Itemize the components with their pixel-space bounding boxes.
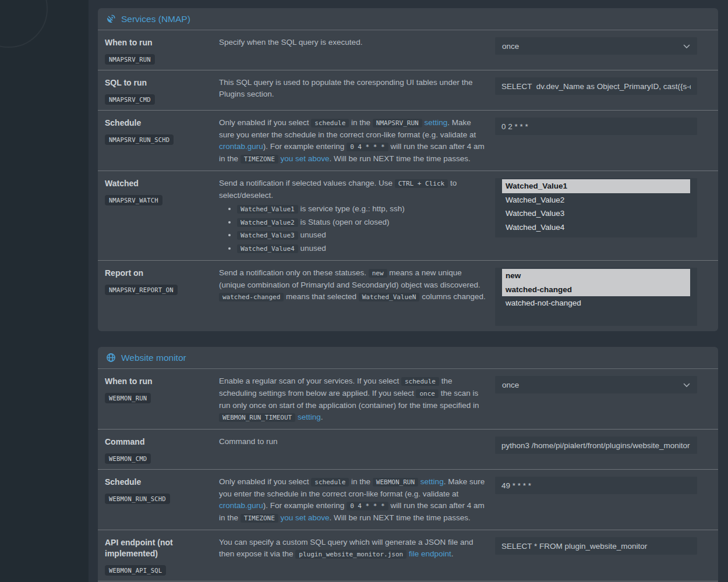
- listbox-option[interactable]: watched-not-changed: [502, 296, 690, 310]
- listbox-option[interactable]: Watched_Value2: [502, 193, 690, 207]
- setting-control-column: [495, 435, 697, 464]
- setting-row-nmapsrv_cmd: SQL to runNMAPSRV_CMDThis SQL query is u…: [98, 70, 718, 110]
- globe-icon: [106, 353, 116, 363]
- setting-description: Enable a regular scan of your services. …: [219, 374, 495, 424]
- chevron-down-icon: [683, 381, 690, 389]
- inline-link[interactable]: setting: [298, 413, 321, 421]
- inline-link[interactable]: crontab.guru: [219, 501, 263, 510]
- inline-link[interactable]: setting: [424, 118, 447, 127]
- setting-description: Send a notification only on these status…: [219, 266, 495, 326]
- setting-code-badge: NMAPSRV_REPORT_ON: [105, 285, 178, 295]
- inline-link[interactable]: crontab.guru: [219, 142, 263, 151]
- listbox-option[interactable]: watched-changed: [502, 283, 690, 297]
- setting-control-column: [495, 535, 697, 576]
- description-text: Only enabled if you select: [219, 118, 311, 127]
- inline-code: once: [416, 389, 439, 398]
- chevron-down-icon: [683, 42, 690, 51]
- select-value: once: [502, 381, 519, 389]
- listbox-option[interactable]: Watched_Value4: [502, 221, 690, 235]
- setting-label: When to run: [105, 376, 205, 387]
- select-value: once: [502, 42, 519, 51]
- section-services-nmap: Services (NMAP)When to runNMAPSRV_RUNSpe…: [98, 8, 718, 331]
- setting-label: Schedule: [105, 477, 205, 488]
- inline-code: Watched_Value3: [237, 231, 298, 240]
- setting-label: Report on: [105, 268, 205, 279]
- section-body: When to runWEBMON_RUNEnable a regular sc…: [98, 369, 718, 582]
- setting-code-badge: WEBMON_API_SQL: [105, 565, 166, 576]
- setting-description: Only enabled if you select schedule in t…: [219, 116, 495, 165]
- description-text: unused: [298, 244, 326, 253]
- webmon_run_schd-input[interactable]: [495, 477, 697, 494]
- inline-code: Watched_Value1: [237, 205, 298, 214]
- setting-description: You can specify a custom SQL query which…: [219, 535, 495, 576]
- webmon_cmd-input[interactable]: [495, 436, 697, 454]
- description-text: columns changed.: [419, 292, 485, 301]
- setting-label-column: ScheduleNMAPSRV_RUN_SCHD: [105, 116, 219, 165]
- nmapsrv_watch-listbox[interactable]: Watched_Value1Watched_Value2Watched_Valu…: [495, 178, 697, 237]
- setting-control-column: once: [495, 374, 697, 424]
- description-text: means that selected: [284, 292, 358, 301]
- section-body: When to runNMAPSRV_RUNSpecify when the S…: [98, 30, 718, 331]
- inline-code: 0 4 * * *: [347, 502, 388, 510]
- description-text: . Will be run NEXT time the time passes.: [330, 513, 471, 522]
- setting-code-badge: WEBMON_RUN_SCHD: [105, 494, 170, 504]
- setting-control-column: once: [495, 36, 697, 65]
- section-website-monitor: Website monitorWhen to runWEBMON_RUNEnab…: [98, 347, 718, 582]
- description-text: Enable a regular scan of your services. …: [219, 377, 401, 385]
- bullet-item: Watched_Value1 is service type (e.g.: ht…: [237, 203, 486, 216]
- inline-link[interactable]: file endpoint: [409, 549, 451, 558]
- setting-description: Specify when the SQL query is executed.: [219, 36, 495, 65]
- inline-code: CTRL + Click: [395, 179, 448, 188]
- setting-label: When to run: [105, 37, 205, 48]
- nmapsrv_report_on-listbox[interactable]: newwatched-changedwatched-not-changed: [495, 268, 697, 326]
- setting-control-column: [495, 475, 697, 524]
- setting-row-nmapsrv_run_schd: ScheduleNMAPSRV_RUN_SCHDOnly enabled if …: [98, 110, 718, 171]
- setting-label-column: When to runWEBMON_RUN: [105, 374, 219, 424]
- description-text: Specify when the SQL query is executed.: [219, 38, 362, 47]
- setting-code-badge: NMAPSRV_WATCH: [105, 195, 162, 205]
- setting-row-nmapsrv_report_on: Report onNMAPSRV_REPORT_ONSend a notific…: [98, 260, 718, 331]
- inline-code: WEBMON_RUN_TIMEOUT: [219, 413, 295, 422]
- listbox-option[interactable]: Watched_Value1: [502, 179, 690, 193]
- satellite-dish-icon: [106, 14, 116, 24]
- inline-link[interactable]: you set above: [281, 154, 330, 163]
- inline-code: TIMEZONE: [241, 155, 278, 164]
- nmapsrv_run_schd-input[interactable]: [495, 118, 697, 135]
- setting-row-webmon_api_sql: API endpoint (not implemented)WEBMON_API…: [98, 530, 718, 581]
- nmapsrv_run-select[interactable]: once: [495, 37, 697, 55]
- setting-label: Watched: [105, 178, 205, 189]
- setting-row-webmon_run_schd: ScheduleWEBMON_RUN_SCHDOnly enabled if y…: [98, 469, 718, 530]
- inline-code: watched-changed: [219, 293, 284, 301]
- setting-code-badge: NMAPSRV_RUN_SCHD: [105, 134, 174, 145]
- inline-link[interactable]: you set above: [281, 513, 330, 522]
- bullet-item: Watched_Value3 unused: [237, 229, 486, 242]
- description-text: in the: [349, 118, 373, 127]
- inline-code: 0 4 * * *: [347, 143, 388, 151]
- inline-code: schedule: [311, 119, 349, 127]
- setting-description: This SQL query is used to populate the c…: [219, 76, 495, 105]
- setting-control-column: [495, 76, 697, 105]
- inline-link[interactable]: setting: [420, 477, 444, 486]
- webmon_run-select[interactable]: once: [495, 376, 697, 393]
- listbox-option[interactable]: new: [502, 269, 690, 283]
- inline-code: schedule: [311, 478, 349, 487]
- setting-label: Command: [105, 436, 205, 448]
- webmon_api_sql-input[interactable]: [495, 537, 697, 555]
- section-title: Website monitor: [121, 353, 186, 363]
- inline-code: new: [369, 269, 387, 278]
- inline-code: plugin_website_monitor.json: [295, 550, 407, 559]
- setting-label: API endpoint (not implemented): [105, 537, 205, 559]
- setting-label-column: CommandWEBMON_CMD: [105, 435, 219, 464]
- description-text: .: [451, 549, 454, 558]
- inline-code: NMAPSRV_RUN: [373, 119, 422, 127]
- sidebar: [0, 0, 89, 582]
- setting-code-badge: NMAPSRV_RUN: [105, 54, 155, 65]
- section-header-website-monitor: Website monitor: [98, 347, 718, 369]
- setting-row-webmon_cmd: CommandWEBMON_CMDCommand to run: [98, 429, 718, 469]
- inline-code: Watched_ValueN: [359, 293, 420, 301]
- setting-label-column: API endpoint (not implemented)WEBMON_API…: [105, 535, 219, 576]
- description-text: This SQL query is used to populate the c…: [219, 78, 473, 98]
- setting-row-webmon_run: When to runWEBMON_RUNEnable a regular sc…: [98, 369, 718, 429]
- listbox-option[interactable]: Watched_Value3: [502, 207, 690, 221]
- nmapsrv_cmd-input[interactable]: [495, 77, 697, 95]
